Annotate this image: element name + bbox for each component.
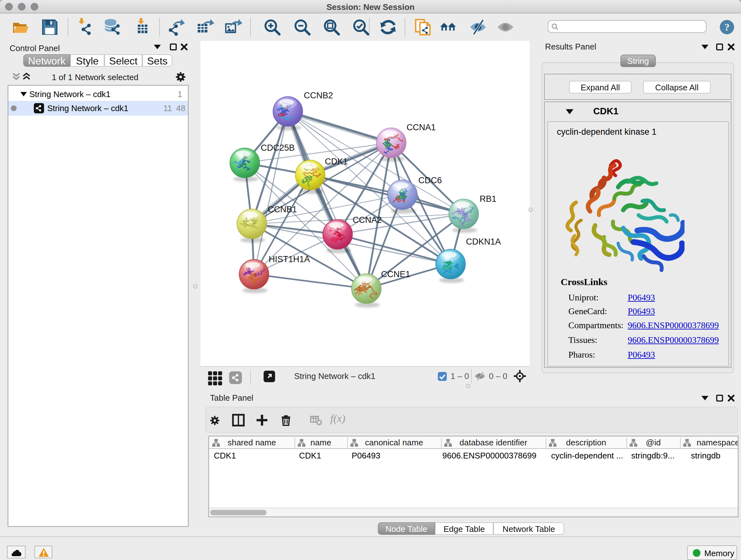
svg-text:CCNE1: CCNE1 [381,269,410,279]
svg-text:CCNA1: CCNA1 [407,123,436,132]
svg-text:CDK1: CDK1 [325,157,348,166]
svg-text:?: ? [724,21,730,33]
svg-text:CDKN1A: CDKN1A [466,237,501,246]
svg-text:CDC6: CDC6 [418,176,442,185]
svg-text:CCNA2: CCNA2 [353,215,382,225]
svg-text:CDC25B: CDC25B [261,143,295,152]
svg-text:CCNB1: CCNB1 [268,205,297,214]
svg-text:RB1: RB1 [480,194,496,204]
svg-text:HIST1H1A: HIST1H1A [269,254,310,264]
svg-text:CCNB2: CCNB2 [304,91,333,100]
